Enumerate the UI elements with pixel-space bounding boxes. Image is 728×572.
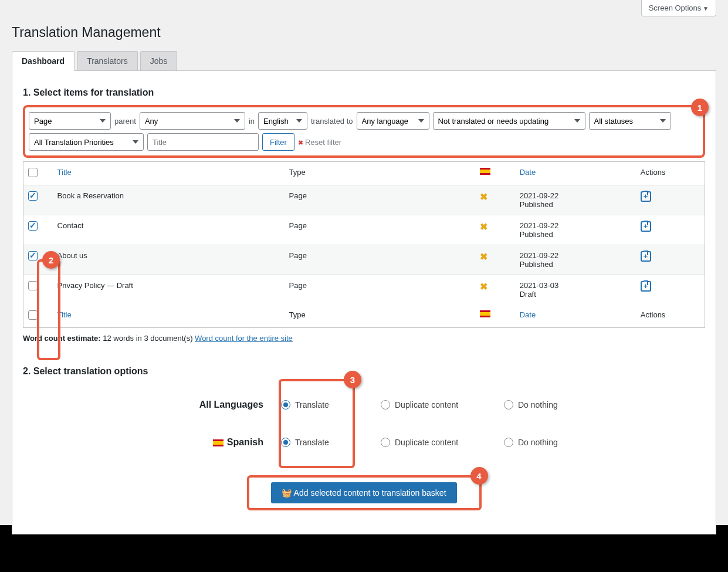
add-translation-icon[interactable] <box>641 281 651 292</box>
add-translation-icon[interactable] <box>641 251 651 262</box>
in-label: in <box>249 117 255 126</box>
spanish-flag-icon <box>480 310 490 317</box>
callout-badge-4: 4 <box>470 467 488 485</box>
filter-bar: 1 Page parent Any in English translated … <box>23 105 705 158</box>
filter-content-type[interactable]: Page <box>29 112 111 130</box>
filter-priority[interactable]: All Translation Priorities <box>29 133 144 151</box>
tab-translators[interactable]: Translators <box>77 51 138 70</box>
row-date: 2021-09-22 <box>520 191 559 200</box>
spanish-label: Spanish <box>164 437 281 448</box>
tabs-nav: Dashboard Translators Jobs <box>12 51 716 71</box>
callout-badge-2: 2 <box>42 251 60 269</box>
screen-options-toggle[interactable]: Screen Options <box>641 0 716 16</box>
col-date-footer[interactable]: Date <box>515 304 636 328</box>
reset-filter-link[interactable]: Reset filter <box>298 138 341 147</box>
filter-post-status[interactable]: All statuses <box>589 112 671 130</box>
row-type: Page <box>285 215 475 245</box>
translate-label: Translate <box>295 400 329 409</box>
nothing-label: Do nothing <box>518 400 558 409</box>
row-date: 2021-09-22 <box>520 221 559 230</box>
nothing-label: Do nothing <box>518 438 558 447</box>
row-title: Contact <box>53 215 285 245</box>
row-date: 2021-09-22 <box>520 251 559 260</box>
all-duplicate-radio[interactable] <box>381 400 390 409</box>
row-title: Book a Reservation <box>53 185 285 215</box>
select-all-checkbox[interactable] <box>28 168 38 177</box>
row-type: Page <box>285 245 475 275</box>
add-translation-icon[interactable] <box>641 191 651 202</box>
table-row: Privacy Policy — Draft Page ✖ 2021-03-03… <box>23 275 705 305</box>
table-row: Book a Reservation Page ✖ 2021-09-22Publ… <box>23 185 705 215</box>
not-translated-icon: ✖ <box>480 282 487 292</box>
filter-translation-status[interactable]: Not translated or needs updating <box>433 112 585 130</box>
all-nothing-radio[interactable] <box>504 400 513 409</box>
row-checkbox[interactable] <box>28 191 38 201</box>
es-translate-radio[interactable] <box>281 438 290 447</box>
tab-dashboard[interactable]: Dashboard <box>12 51 75 71</box>
table-row: About us Page ✖ 2021-09-22Published <box>23 245 705 275</box>
not-translated-icon: ✖ <box>480 222 487 232</box>
es-duplicate-radio[interactable] <box>381 438 390 447</box>
all-languages-label: All Languages <box>164 400 281 410</box>
not-translated-icon: ✖ <box>480 252 487 262</box>
row-status: Published <box>520 200 553 209</box>
row-checkbox[interactable] <box>28 221 38 231</box>
callout-highlight-4: 4 Add selected content to translation ba… <box>247 475 482 510</box>
wc-site-link[interactable]: Word count for the entire site <box>195 334 293 343</box>
row-status: Published <box>520 230 553 239</box>
col-title-footer[interactable]: Title <box>53 304 285 328</box>
filter-title-input[interactable] <box>147 133 259 151</box>
col-type: Type <box>285 162 475 185</box>
add-translation-icon[interactable] <box>641 221 651 232</box>
col-date[interactable]: Date <box>515 162 636 185</box>
translation-options: 3 All Languages Translate Duplicate cont… <box>164 386 705 461</box>
all-translate-radio[interactable] <box>281 400 290 409</box>
filter-parent[interactable]: Any <box>140 112 245 130</box>
callout-badge-1: 1 <box>691 99 709 116</box>
es-nothing-radio[interactable] <box>504 438 513 447</box>
col-actions: Actions <box>636 162 705 185</box>
row-status: Published <box>520 260 553 269</box>
row-title: Privacy Policy — Draft <box>53 275 285 305</box>
translate-label: Translate <box>295 438 329 447</box>
col-title[interactable]: Title <box>53 162 285 185</box>
translated-to-label: translated to <box>311 117 353 126</box>
parent-label: parent <box>114 117 136 126</box>
section1-header: 1. Select items for translation <box>23 87 705 98</box>
wc-label: Word count estimate: <box>23 334 101 343</box>
row-checkbox[interactable] <box>28 251 38 260</box>
wc-text: 12 words in 3 document(s) <box>103 334 192 343</box>
col-actions-footer: Actions <box>636 304 705 328</box>
section2-header: 2. Select translation options <box>23 366 705 377</box>
tab-jobs[interactable]: Jobs <box>140 51 178 70</box>
row-title: About us <box>53 245 285 275</box>
word-count-estimate: Word count estimate: 12 words in 3 docum… <box>23 334 705 343</box>
add-to-basket-button[interactable]: Add selected content to translation bask… <box>271 482 456 503</box>
page-title: Translation Management <box>12 16 716 51</box>
callout-badge-3: 3 <box>344 371 361 388</box>
table-row: Contact Page ✖ 2021-09-22Published <box>23 215 705 245</box>
duplicate-label: Duplicate content <box>395 400 458 409</box>
spanish-flag-icon <box>213 439 224 446</box>
filter-button[interactable]: Filter <box>262 133 294 151</box>
col-type-footer: Type <box>285 304 475 328</box>
select-all-checkbox-footer[interactable] <box>28 310 38 320</box>
row-checkbox[interactable] <box>28 281 38 290</box>
duplicate-label: Duplicate content <box>395 438 458 447</box>
row-date: 2021-03-03 <box>520 281 559 290</box>
filter-source-lang[interactable]: English <box>258 112 307 130</box>
row-status: Draft <box>520 290 536 299</box>
filter-target-lang[interactable]: Any language <box>357 112 429 130</box>
row-type: Page <box>285 185 475 215</box>
not-translated-icon: ✖ <box>480 192 487 202</box>
dashboard-panel: 1. Select items for translation 1 Page p… <box>12 71 716 534</box>
spanish-flag-icon <box>480 168 490 175</box>
row-type: Page <box>285 275 475 305</box>
content-table: Title Type Date Actions Book a Reservati… <box>23 161 705 328</box>
